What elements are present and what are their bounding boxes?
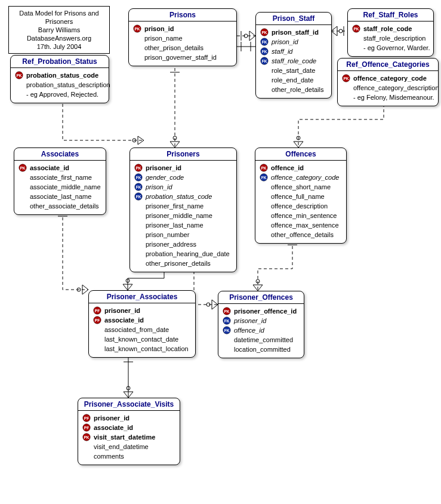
attribute-name: prison_governer_staff_id	[144, 53, 217, 62]
attribute-row: - eg Approved, Rejected.	[14, 90, 105, 99]
entity-ref-probation-status: Ref_Probation_Status PK probation_status…	[10, 55, 109, 103]
entity-body: PK associate_idassociate_first_nameassoc…	[14, 161, 106, 214]
entity-prisoners: Prisoners PK prisoner_id FK gender_code …	[129, 147, 237, 272]
attribute-row: PK offence_id	[259, 163, 343, 173]
pf-icon: PF	[82, 423, 91, 432]
attribute-row: role_start_date	[260, 66, 328, 75]
attribute-name: prisoner_middle_name	[146, 211, 212, 220]
svg-point-45	[206, 303, 210, 306]
svg-line-28	[298, 142, 303, 147]
svg-line-48	[258, 285, 263, 291]
attribute-name: other_prisoner_details	[146, 259, 211, 268]
attribute-row: prison_name	[132, 33, 233, 43]
pk-icon: PK	[222, 307, 232, 315]
attribute-row: PK visit_start_datetime	[82, 432, 176, 442]
svg-point-30	[297, 136, 300, 140]
attribute-row: location_committed	[222, 345, 300, 354]
attribute-name: offence_description	[271, 201, 328, 211]
attribute-row: other_prisoner_details	[134, 259, 233, 268]
svg-line-38	[128, 284, 132, 290]
attribute-row: other_role_details	[260, 85, 328, 94]
attribute-name: associate_id	[104, 315, 144, 325]
attribute-name: probation_hearing_due_date	[146, 249, 230, 259]
note-line-4: 17th. July 2004	[15, 42, 103, 51]
attribute-name: - eg Governor, Warder.	[363, 43, 430, 53]
entity-body: PK probation_status_codeprobation_status…	[11, 68, 109, 103]
attribute-name: associate_first_name	[30, 173, 92, 182]
svg-line-32	[82, 285, 88, 290]
attribute-row: PF associate_id	[82, 423, 176, 432]
attribute-name: prisoner_address	[146, 239, 196, 249]
svg-text:PK: PK	[353, 27, 359, 31]
attribute-name: probation_status_description	[26, 80, 110, 90]
entity-body: PF prisoner_id PF associate_id PK visit_…	[78, 411, 180, 465]
svg-point-40	[126, 279, 129, 282]
attribute-name: prison_number	[146, 230, 189, 239]
attribute-row: PK prison_id	[132, 24, 233, 33]
attribute-row: FK prison_id	[260, 37, 328, 47]
entity-ref-offence-categories: Ref_Offence_Categories PK offence_catego…	[337, 58, 439, 106]
fk-icon: FK	[222, 316, 232, 325]
attribute-row: prisoner_last_name	[134, 220, 233, 230]
svg-line-2	[249, 31, 255, 36]
attribute-row: comments	[82, 451, 176, 461]
svg-text:FK: FK	[262, 59, 267, 63]
pf-icon: PF	[92, 306, 102, 315]
attribute-name: associated_from_date	[104, 325, 169, 334]
svg-point-55	[127, 386, 130, 390]
entity-prisons: Prisons PK prison_idprison_nameother_pri…	[128, 8, 237, 66]
svg-point-35	[77, 288, 81, 291]
attribute-row: other_offence_details	[259, 230, 343, 239]
entity-body: PK prison_idprison_nameother_prison_deta…	[129, 21, 236, 66]
attribute-name: prison_name	[144, 33, 183, 43]
pk-icon: PK	[14, 71, 24, 79]
attribute-row: FK prisoner_id	[222, 316, 300, 325]
pk-icon: PK	[132, 24, 142, 33]
attribute-name: staff_role_code	[363, 24, 412, 33]
attribute-name: offence_full_name	[271, 192, 325, 201]
svg-text:FK: FK	[262, 40, 267, 44]
attribute-name: staff_id	[272, 47, 292, 56]
entity-prison-staff: Prison_Staff PK prison_staff_id FK priso…	[255, 12, 332, 99]
attribute-name: other_associate_details	[30, 201, 99, 211]
svg-text:FK: FK	[262, 50, 267, 54]
attribute-row: PK associate_id	[18, 163, 102, 173]
attribute-row: PK prisoner_offence_id	[222, 306, 300, 316]
attribute-row: staff_role_description	[351, 33, 430, 43]
diagram-note: Data Model for Prisons and Prisoners Bar…	[8, 6, 110, 54]
attribute-name: associate_id	[30, 163, 69, 173]
svg-line-33	[82, 290, 88, 294]
er-diagram: Data Model for Prisons and Prisoners Bar…	[0, 0, 441, 504]
svg-text:PK: PK	[224, 309, 229, 314]
entity-title: Prisoners	[130, 148, 236, 161]
svg-line-10	[331, 26, 337, 31]
attribute-name: prisoner_first_name	[146, 201, 203, 211]
attribute-row: PK probation_status_code	[14, 70, 105, 80]
attribute-row: other_prison_details	[132, 43, 233, 53]
attribute-name: offence_id	[271, 163, 304, 173]
fk-icon: FK	[260, 47, 269, 56]
attribute-row: offence_short_name	[259, 182, 343, 192]
pk-icon: PK	[341, 74, 351, 82]
svg-line-23	[175, 142, 180, 147]
attribute-name: offence_category_description	[353, 83, 439, 93]
entity-title: Prison_Staff	[256, 13, 331, 25]
attribute-row: last_known_contact_location	[92, 344, 192, 354]
entity-body: PK prisoner_offence_id FK prisoner_id FK…	[218, 304, 304, 358]
entity-title: Associates	[14, 148, 106, 161]
attribute-row: associate_first_name	[18, 173, 102, 182]
attribute-name: location_committed	[234, 345, 291, 354]
attribute-name: prisoner_id	[234, 316, 266, 325]
attribute-row: FK prison_id	[134, 182, 233, 192]
svg-point-13	[339, 29, 343, 33]
attribute-row: FK staff_role_code	[260, 56, 328, 66]
attribute-name: offence_category_code	[353, 73, 427, 83]
entity-offences: Offences PK offence_id FK offence_catego…	[255, 147, 347, 244]
svg-line-11	[331, 31, 337, 36]
attribute-name: probation_status_code	[146, 192, 212, 201]
attribute-name: visit_end_datetime	[94, 442, 149, 451]
svg-text:PK: PK	[261, 30, 267, 35]
svg-line-43	[212, 305, 218, 309]
attribute-row: FK staff_id	[260, 47, 328, 56]
attribute-name: probation_status_code	[26, 70, 98, 80]
